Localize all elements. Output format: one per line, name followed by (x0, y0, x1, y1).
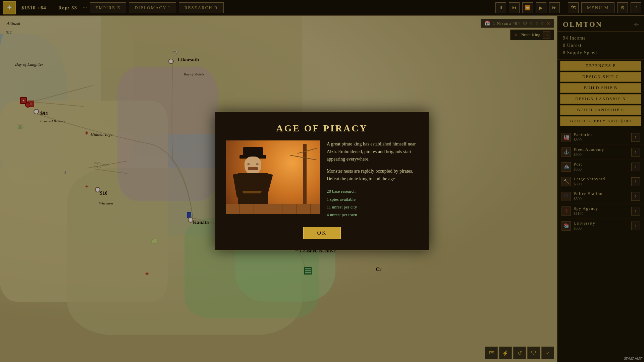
modal-body: A great pirate king has established hims… (226, 140, 418, 219)
modal-title: Age of Piracy (226, 123, 418, 134)
modal-desc1: A great pirate king has established hims… (327, 140, 418, 163)
event-modal: Age of Piracy (215, 112, 429, 250)
effect-unrest-city: 11 unrest per city (327, 203, 418, 211)
ok-button[interactable]: OK (303, 227, 340, 239)
modal-footer: OK (226, 227, 418, 239)
effect-unrest-town: 4 unrest per town (327, 211, 418, 219)
effect-spies: 1 spies available (327, 195, 418, 203)
effect-research: 20 base research (327, 187, 418, 195)
modal-image (226, 140, 320, 214)
watermark: 3DMGAME (624, 357, 643, 361)
modal-text: A great pirate king has established hims… (327, 140, 418, 219)
modal-desc2: Monster nests are rapidly occupied by pi… (327, 168, 418, 183)
modal-overlay: Age of Piracy (0, 0, 644, 362)
modal-effects: 20 base research 1 spies available 11 un… (327, 187, 418, 219)
